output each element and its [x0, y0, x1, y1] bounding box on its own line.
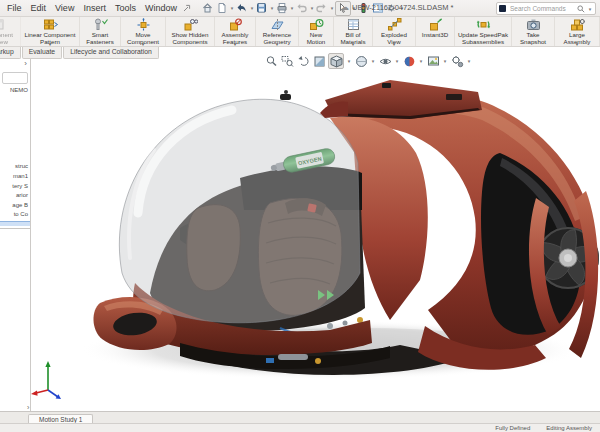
bill-of-materials-button[interactable]: Bill of Materials	[334, 16, 373, 46]
smart-fasteners-icon	[93, 18, 108, 31]
tree-item-label: NEMO	[10, 87, 28, 93]
document-title-text: UBW-21162-04724.SLDASM *	[352, 3, 453, 12]
tab-evaluate[interactable]: Evaluate	[22, 47, 62, 59]
open-icon[interactable]	[235, 2, 249, 15]
apply-scene-icon[interactable]	[426, 54, 440, 68]
menu-tools[interactable]: Tools	[115, 3, 136, 13]
search-commands-input[interactable]	[508, 4, 575, 13]
tree-item-label: struc	[15, 163, 28, 169]
feature-manager-panel: › NEMO struc man1 tery S arior age B to …	[0, 58, 31, 412]
linear-component-pattern-button[interactable]: Linear Component Pattern	[21, 16, 80, 46]
dropdown-caret-icon[interactable]	[442, 58, 448, 64]
home-icon[interactable]	[201, 2, 215, 15]
tab-lifecycle-collaboration[interactable]: Lifecycle and Collaboration	[63, 47, 159, 59]
title-bar: File Edit View Insert Tools Window	[0, 0, 600, 17]
update-speedpak-icon	[476, 18, 491, 31]
section-view-icon[interactable]	[312, 54, 326, 68]
solidworks-logo-icon	[499, 5, 506, 12]
tab-markup[interactable]: Markup	[0, 47, 21, 59]
tree-item-label: arior	[16, 192, 28, 198]
feature-tree-filter-input[interactable]	[2, 72, 28, 84]
status-bar: Fully Defined Editing Assembly	[0, 423, 600, 432]
machinery-detail	[278, 354, 308, 360]
menu-insert[interactable]: Insert	[83, 3, 106, 13]
exploded-view-icon	[387, 18, 402, 31]
large-assembly-settings-icon	[570, 18, 585, 31]
graphics-viewport[interactable]: OXYGEN	[30, 58, 600, 412]
motion-manager-expand-arrow[interactable]: ›	[27, 404, 29, 411]
print-icon[interactable]	[275, 2, 289, 15]
reference-geometry-icon	[270, 18, 285, 31]
pin-menu-icon[interactable]	[183, 4, 191, 12]
menu-view[interactable]: View	[55, 3, 74, 13]
dropdown-caret-icon[interactable]	[370, 58, 376, 64]
take-snapshot-icon	[526, 18, 541, 31]
update-speedpak-button[interactable]: Update SpeedPak Subassemblies	[455, 16, 512, 46]
zoom-to-fit-icon[interactable]	[264, 54, 278, 68]
instant3d-icon	[428, 18, 443, 31]
assembly-features-icon	[228, 18, 243, 31]
redo-icon[interactable]	[315, 2, 329, 15]
edit-appearance-icon[interactable]	[402, 54, 416, 68]
undo-icon[interactable]	[295, 2, 309, 15]
display-style-icon[interactable]	[354, 54, 368, 68]
dropdown-caret-icon[interactable]	[394, 58, 400, 64]
tree-item-label: tery S	[12, 183, 28, 189]
show-hidden-icon	[183, 18, 198, 31]
reference-geometry-button[interactable]: Reference Geometry	[256, 16, 299, 46]
solidworks-window: { "titlebar": { "menus": ["File", "Edit"…	[0, 0, 600, 432]
large-assembly-settings-button[interactable]: Large Assembly Settings	[555, 16, 600, 46]
orientation-triad	[31, 361, 61, 399]
dropdown-caret-icon[interactable]	[346, 58, 352, 64]
new-motion-study-button[interactable]: New Motion Study	[299, 16, 334, 46]
menu-file[interactable]: File	[7, 3, 22, 13]
new-motion-study-icon	[309, 18, 324, 31]
smart-fasteners-button[interactable]: Smart Fasteners	[80, 16, 121, 46]
heads-up-view-toolbar	[262, 52, 474, 70]
submarine-model: OXYGEN	[30, 58, 600, 412]
dropdown-caret-icon[interactable]	[418, 58, 424, 64]
canopy-dome	[119, 99, 360, 323]
machinery-detail	[315, 358, 321, 364]
machinery-detail	[266, 358, 274, 363]
show-hidden-components-button[interactable]: Show Hidden Components	[166, 16, 215, 46]
document-title: ☁ UBW-21162-04724.SLDASM *	[340, 3, 453, 12]
menu-window[interactable]: Window	[145, 3, 177, 13]
command-manager-tabs: Markup Evaluate Lifecycle and Collaborat…	[0, 47, 160, 59]
search-commands-box[interactable]	[496, 2, 596, 15]
assembly-features-button[interactable]: Assembly Features	[215, 16, 256, 46]
tree-item-label: age B	[12, 202, 28, 208]
dropdown-caret-icon[interactable]	[466, 58, 472, 64]
menu-edit[interactable]: Edit	[31, 3, 47, 13]
move-component-button[interactable]: Move Component	[121, 16, 166, 46]
new-document-icon[interactable]	[215, 2, 229, 15]
save-icon[interactable]	[255, 2, 269, 15]
panel-expand-arrow[interactable]: ›	[24, 60, 27, 68]
linear-pattern-icon	[43, 18, 58, 31]
view-orientation-icon[interactable]	[328, 53, 344, 69]
view-settings-icon[interactable]	[450, 54, 464, 68]
menu-bar: File Edit View Insert Tools Window	[0, 3, 177, 13]
search-icon[interactable]	[577, 5, 585, 13]
search-dropdown-caret-icon[interactable]	[587, 6, 593, 12]
instant3d-button[interactable]: Instant3D	[416, 16, 455, 46]
tree-item-label: man1	[13, 173, 28, 179]
status-editing-mode: Editing Assembly	[546, 425, 592, 431]
take-snapshot-button[interactable]: Take Snapshot	[512, 16, 555, 46]
exploded-view-button[interactable]: Exploded View	[373, 16, 416, 46]
tree-item-label: to Co	[14, 211, 28, 217]
move-component-icon	[136, 18, 151, 31]
component-preview-window-button[interactable]: Component Preview Window	[0, 16, 21, 46]
previous-view-icon[interactable]	[296, 54, 310, 68]
tree-selected-row[interactable]	[0, 221, 30, 226]
status-defined: Fully Defined	[495, 425, 530, 431]
zoom-to-area-icon[interactable]	[280, 54, 294, 68]
command-manager-ribbon: Component Preview Window Linear Componen…	[0, 16, 600, 47]
hide-show-items-icon[interactable]	[378, 54, 392, 68]
bill-of-materials-icon	[346, 18, 361, 31]
panel-splitter[interactable]	[0, 228, 30, 229]
component-preview-window-icon	[0, 18, 5, 31]
cloud-icon: ☁	[340, 3, 349, 12]
